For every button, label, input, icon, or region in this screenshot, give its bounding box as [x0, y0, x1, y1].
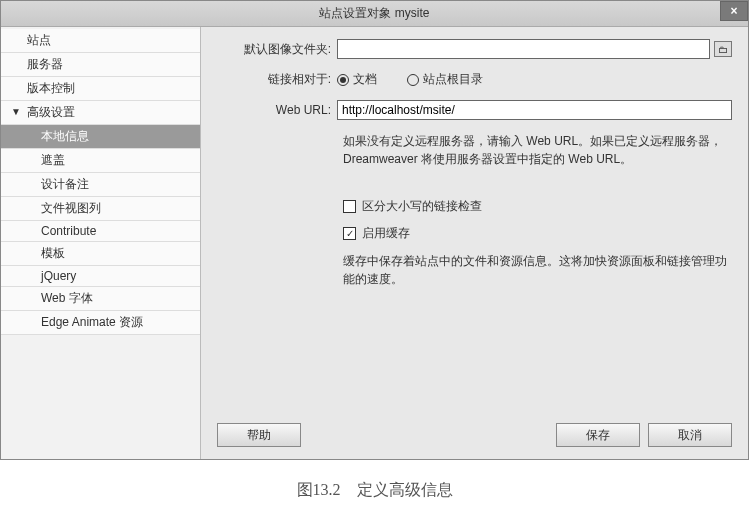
sidebar-item-label: 遮盖 [41, 153, 65, 167]
sidebar-item-label: 版本控制 [27, 81, 75, 95]
browse-folder-icon[interactable]: 🗀 [714, 41, 732, 57]
image-folder-input[interactable] [337, 39, 710, 59]
row-web-url: Web URL: [217, 100, 732, 120]
sidebar-item-label: 高级设置 [27, 105, 75, 119]
sidebar-item-label: Web 字体 [41, 291, 93, 305]
help-button[interactable]: 帮助 [217, 423, 301, 447]
sidebar-item-design-notes[interactable]: 设计备注 [1, 173, 200, 197]
sidebar-item-file-view[interactable]: 文件视图列 [1, 197, 200, 221]
title-bar: 站点设置对象 mysite × [1, 1, 748, 27]
sidebar-item-label: jQuery [41, 269, 76, 283]
row-case-check: 区分大小写的链接检查 [343, 198, 732, 215]
label-image-folder: 默认图像文件夹: [217, 41, 337, 58]
sidebar-item-site[interactable]: 站点 [1, 29, 200, 53]
web-url-input[interactable] [337, 100, 732, 120]
sidebar-item-label: Contribute [41, 224, 96, 238]
link-relative-radio-group: 文档 站点根目录 [337, 71, 483, 88]
radio-label: 站点根目录 [423, 71, 483, 88]
checkbox-label: 启用缓存 [362, 225, 410, 242]
sidebar-item-label: Edge Animate 资源 [41, 315, 143, 329]
sidebar-item-label: 站点 [27, 33, 51, 47]
case-sensitive-checkbox[interactable] [343, 200, 356, 213]
main-panel: 默认图像文件夹: 🗀 链接相对于: 文档 站点根目录 [201, 27, 748, 459]
row-link-relative: 链接相对于: 文档 站点根目录 [217, 71, 732, 88]
label-link-relative: 链接相对于: [217, 71, 337, 88]
sidebar-item-server[interactable]: 服务器 [1, 53, 200, 77]
label-web-url: Web URL: [217, 103, 337, 117]
web-url-info-text: 如果没有定义远程服务器，请输入 Web URL。如果已定义远程服务器，Dream… [343, 132, 732, 168]
radio-label: 文档 [353, 71, 377, 88]
button-label: 保存 [586, 427, 610, 444]
button-label: 取消 [678, 427, 702, 444]
cache-info-text: 缓存中保存着站点中的文件和资源信息。这将加快资源面板和链接管理功能的速度。 [343, 252, 732, 288]
sidebar-item-webfonts[interactable]: Web 字体 [1, 287, 200, 311]
radio-icon [407, 74, 419, 86]
close-icon: × [730, 4, 737, 18]
sidebar: 站点 服务器 版本控制 ▼高级设置 本地信息 遮盖 设计备注 文件视图列 Con… [1, 27, 201, 459]
dialog-title: 站点设置对象 mysite [319, 5, 429, 22]
sidebar-item-label: 模板 [41, 246, 65, 260]
row-cache-check: ✓ 启用缓存 [343, 225, 732, 242]
enable-cache-checkbox[interactable]: ✓ [343, 227, 356, 240]
sidebar-item-label: 文件视图列 [41, 201, 101, 215]
cancel-button[interactable]: 取消 [648, 423, 732, 447]
sidebar-item-jquery[interactable]: jQuery [1, 266, 200, 287]
sidebar-item-edge-animate[interactable]: Edge Animate 资源 [1, 311, 200, 335]
dialog-content: 站点 服务器 版本控制 ▼高级设置 本地信息 遮盖 设计备注 文件视图列 Con… [1, 27, 748, 459]
sidebar-item-version[interactable]: 版本控制 [1, 77, 200, 101]
figure-caption: 图13.2 定义高级信息 [0, 480, 749, 501]
sidebar-item-cloaking[interactable]: 遮盖 [1, 149, 200, 173]
chevron-down-icon: ▼ [11, 106, 21, 117]
close-button[interactable]: × [720, 1, 748, 21]
button-label: 帮助 [247, 427, 271, 444]
sidebar-item-label: 本地信息 [41, 129, 89, 143]
site-setup-dialog: 站点设置对象 mysite × 站点 服务器 版本控制 ▼高级设置 本地信息 遮… [0, 0, 749, 460]
radio-site-root[interactable]: 站点根目录 [407, 71, 483, 88]
button-row: 帮助 保存 取消 [217, 423, 732, 447]
checkbox-label: 区分大小写的链接检查 [362, 198, 482, 215]
radio-icon [337, 74, 349, 86]
save-button[interactable]: 保存 [556, 423, 640, 447]
sidebar-item-local-info[interactable]: 本地信息 [1, 125, 200, 149]
sidebar-item-label: 服务器 [27, 57, 63, 71]
sidebar-item-label: 设计备注 [41, 177, 89, 191]
sidebar-item-advanced[interactable]: ▼高级设置 [1, 101, 200, 125]
row-image-folder: 默认图像文件夹: 🗀 [217, 39, 732, 59]
sidebar-item-templates[interactable]: 模板 [1, 242, 200, 266]
radio-document[interactable]: 文档 [337, 71, 377, 88]
sidebar-item-contribute[interactable]: Contribute [1, 221, 200, 242]
